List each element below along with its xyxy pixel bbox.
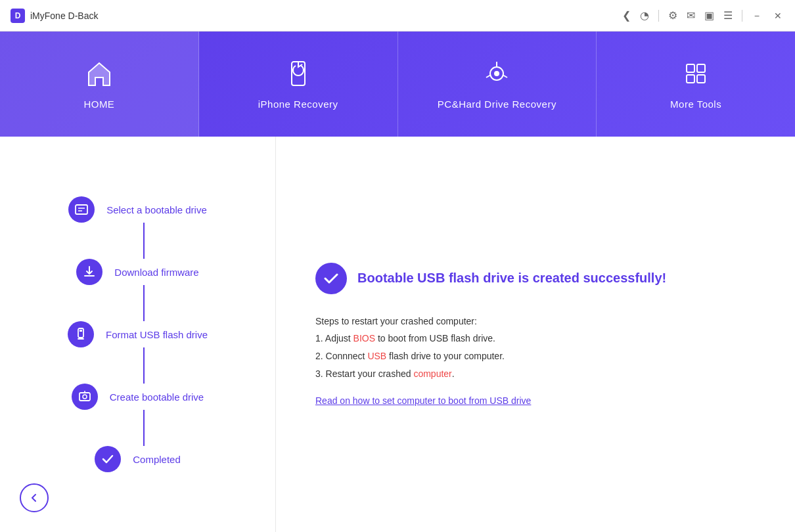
app-logo: D (11, 9, 25, 23)
more-tools-label: More Tools (670, 99, 721, 110)
svg-rect-10 (76, 205, 87, 214)
user-icon[interactable]: ◔ (640, 11, 649, 21)
step-label-select: Select a bootable drive (106, 204, 207, 215)
step-circle-create (72, 384, 98, 410)
title-bar-controls: ❮ ◔ ⚙ ✉ ▣ ☰ − ✕ (622, 9, 784, 22)
step1-pre: 1. Adjust (315, 333, 353, 344)
main-content: Select a bootable drive Download firmwar… (0, 137, 795, 532)
step3-text: 3. Restart your crashed computer. (315, 365, 756, 383)
separator (658, 10, 659, 22)
steps-list: Select a bootable drive Download firmwar… (68, 196, 208, 472)
step1-highlight: BIOS (353, 333, 375, 344)
separator2 (742, 10, 742, 22)
title-bar-left: D iMyFone D-Back (11, 9, 98, 23)
right-panel: Bootable USB flash drive is created succ… (276, 137, 795, 532)
more-tools-icon (681, 59, 710, 92)
svg-rect-9 (697, 75, 705, 83)
step-label-download: Download firmware (114, 267, 198, 278)
svg-rect-8 (687, 75, 694, 83)
mail-icon[interactable]: ✉ (687, 11, 695, 21)
nav-item-more-tools[interactable]: More Tools (597, 32, 795, 137)
step1-text: 1. Adjust BIOS to boot from USB flash dr… (315, 330, 756, 347)
step1-post: to boot from USB flash drive. (375, 333, 495, 344)
step-label-completed: Completed (133, 454, 181, 465)
menu-icon[interactable]: ☰ (723, 11, 733, 21)
nav-item-iphone-recovery[interactable]: iPhone Recovery (199, 32, 398, 137)
pc-recovery-icon (482, 59, 511, 92)
nav-item-home[interactable]: HOME (0, 32, 199, 137)
success-check-icon (315, 263, 347, 294)
back-button[interactable] (20, 483, 49, 512)
line-3 (143, 347, 145, 384)
line-2 (143, 285, 145, 321)
usb-boot-link[interactable]: Read on how to set computer to boot from… (315, 395, 756, 406)
step-select: Select a bootable drive (68, 196, 207, 223)
iphone-recovery-icon (284, 59, 313, 92)
svg-rect-6 (687, 64, 694, 72)
step-format: Format USB flash drive (68, 321, 208, 347)
step-label-format: Format USB flash drive (106, 329, 208, 340)
step3-pre: 3. Restart your crashed (315, 368, 413, 379)
home-icon (85, 59, 114, 92)
step-row-create: Create bootable drive (68, 384, 208, 446)
step3-highlight: computer (413, 368, 451, 379)
step-create: Create bootable drive (72, 384, 204, 410)
svg-point-17 (83, 395, 87, 399)
home-label: HOME (83, 99, 114, 110)
step2-pre: 2. Connnect (315, 351, 367, 361)
svg-rect-14 (80, 330, 82, 332)
title-bar: D iMyFone D-Back ❮ ◔ ⚙ ✉ ▣ ☰ − ✕ (0, 0, 795, 32)
minimize-button[interactable]: − (752, 9, 762, 22)
share-icon[interactable]: ❮ (622, 11, 631, 21)
restart-steps: Steps to restart your crashed computer: … (315, 313, 756, 382)
step-circle-completed (95, 446, 121, 472)
chat-icon[interactable]: ▣ (704, 11, 714, 21)
step2-post: flash drive to your computer. (386, 351, 505, 361)
line-1 (143, 223, 145, 259)
step-row-select: Select a bootable drive (68, 196, 208, 259)
step-circle-format (68, 321, 94, 347)
settings-icon[interactable]: ⚙ (668, 11, 677, 21)
nav-bar: HOME iPhone Recovery PC&Hard Drive Recov… (0, 32, 795, 137)
step-completed: Completed (95, 446, 181, 472)
step-label-create: Create bootable drive (110, 391, 204, 403)
step-row-completed: Completed (68, 446, 208, 472)
step3-post: . (452, 368, 455, 379)
svg-point-2 (495, 72, 499, 76)
step-row-download: Download firmware (68, 259, 208, 321)
iphone-recovery-label: iPhone Recovery (258, 99, 338, 110)
step2-text: 2. Connnect USB flash drive to your comp… (315, 347, 756, 365)
step-download: Download firmware (76, 259, 198, 285)
app-title: iMyFone D-Back (30, 11, 98, 21)
close-button[interactable]: ✕ (771, 9, 784, 22)
svg-rect-7 (697, 64, 705, 72)
success-title: Bootable USB flash drive is created succ… (357, 271, 666, 286)
step2-highlight: USB (367, 351, 386, 361)
nav-item-pc-recovery[interactable]: PC&Hard Drive Recovery (398, 32, 597, 137)
svg-rect-16 (80, 393, 90, 401)
step-row-format: Format USB flash drive (68, 321, 208, 384)
step-circle-download (76, 259, 102, 285)
success-header: Bootable USB flash drive is created succ… (315, 263, 756, 294)
left-panel: Select a bootable drive Download firmwar… (0, 137, 276, 532)
step-circle-select (68, 196, 95, 223)
pc-recovery-label: PC&Hard Drive Recovery (438, 99, 556, 110)
steps-intro: Steps to restart your crashed computer: (315, 313, 756, 330)
line-4 (143, 410, 145, 446)
